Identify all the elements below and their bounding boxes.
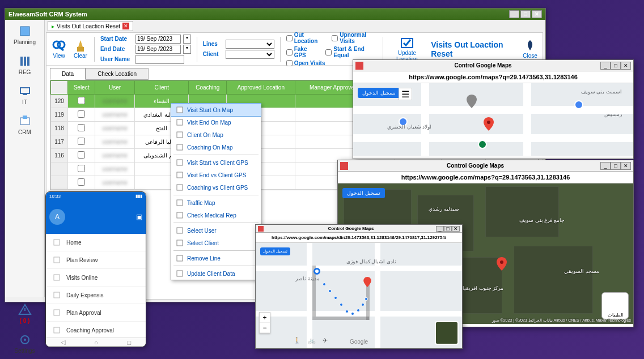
maximize-button[interactable]: □	[520, 10, 531, 18]
map-menu-button[interactable]: ☰	[399, 88, 412, 100]
phone-menu-item[interactable]: Daily Expensis	[46, 287, 146, 304]
map-maximize-button[interactable]: □	[611, 162, 621, 170]
mobile-app-preview: 10:33 ▮▮▮ A ▣ HomePlan ReviewVisits Onli…	[45, 191, 146, 347]
context-menu-item[interactable]: Visit Start vs Client GPS	[171, 156, 261, 169]
map-maximize-button[interactable]: □	[611, 62, 621, 70]
plane-icon[interactable]: ✈	[323, 337, 331, 345]
check-icon	[399, 36, 415, 50]
phone-menu-item[interactable]: Plan Review	[46, 251, 146, 269]
sidebar-item-crm[interactable]: CRM	[5, 110, 44, 140]
context-menu-item[interactable]: Visit Start On Map	[171, 103, 261, 117]
sidebar-label: IT	[22, 99, 27, 105]
row-select-check[interactable]	[78, 151, 85, 159]
svg-rect-30	[54, 257, 60, 263]
context-menu-item[interactable]: Select Client	[171, 237, 261, 249]
open-visits-check[interactable]: Open Visits	[286, 60, 325, 66]
map-close-button[interactable]: ✕	[452, 226, 460, 232]
page-icon	[176, 171, 184, 179]
sidebar-item-planning[interactable]: Planning	[5, 20, 44, 50]
back-icon[interactable]: ◁	[61, 339, 65, 346]
grid-header[interactable]: Select	[68, 81, 95, 95]
phone-menu-item[interactable]: Coaching Approval	[46, 322, 146, 339]
end-date-input[interactable]	[135, 45, 181, 54]
context-menu-item[interactable]: Coaching vs Client GPS	[171, 181, 261, 194]
context-menu-item[interactable]: Client On Map	[171, 129, 261, 141]
recent-icon[interactable]: □	[128, 339, 132, 346]
tab-check-location[interactable]: Check Location	[86, 68, 149, 80]
svg-rect-28	[177, 271, 183, 276]
minimize-button[interactable]: _	[509, 10, 519, 18]
map-login-button[interactable]: تسجيل الدخول	[358, 88, 400, 98]
map-canvas[interactable]: تسجيل الدخول ☰ اولاد شعبان الحضري اسمنت …	[353, 83, 633, 156]
phone-menu-item[interactable]: Plan Approval	[46, 304, 146, 322]
context-menu-item[interactable]: Select User	[171, 224, 261, 237]
row-select-check[interactable]	[78, 165, 85, 172]
zoom-in-button[interactable]: +	[260, 313, 270, 323]
sidebar-item-settings[interactable]: Settings	[5, 328, 44, 358]
crm-icon	[18, 114, 32, 128]
tab-data[interactable]: Data	[50, 68, 86, 80]
sidebar-item-reg[interactable]: REG	[5, 50, 44, 80]
user-name-input[interactable]	[135, 55, 184, 64]
clear-button[interactable]: Clear	[73, 39, 88, 59]
sidebar-item-alerts[interactable]: ( 0 )	[5, 298, 44, 328]
broom-icon	[73, 39, 88, 53]
alert-icon	[18, 303, 32, 317]
camera-icon[interactable]: ▣	[136, 213, 142, 221]
context-menu-item[interactable]: Update Client Data	[171, 267, 261, 280]
svg-rect-16	[177, 107, 183, 113]
context-menu-item[interactable]: Coaching On Map	[171, 141, 261, 153]
grid-header[interactable]: Client	[135, 81, 189, 95]
map-close-button[interactable]: ✕	[621, 62, 631, 70]
phone-menu-item[interactable]: Visits Online	[46, 269, 146, 287]
start-date-input[interactable]	[135, 35, 181, 44]
walk-icon[interactable]: 🚶	[293, 337, 301, 345]
map-login-button[interactable]: تسجيل الدخول	[260, 247, 290, 255]
date-spinner[interactable]: ▾	[183, 45, 191, 54]
context-menu-item[interactable]: Remove Line	[171, 252, 261, 264]
map-close-button[interactable]: ✕	[621, 162, 631, 170]
row-select-check[interactable]	[78, 97, 85, 104]
window-controls: _ □ ✕	[509, 10, 542, 18]
layers-button[interactable]: الطبقات	[601, 292, 629, 319]
map-minimize-button[interactable]: _	[600, 162, 611, 170]
grid-header[interactable]: User	[95, 81, 135, 95]
row-select-check[interactable]	[78, 178, 85, 186]
sidebar-item-it[interactable]: IT	[5, 80, 44, 110]
tab-visits-out-location[interactable]: ▸ Visits Out Loaction Reset ✕	[48, 21, 133, 31]
svg-rect-4	[20, 88, 29, 93]
phone-menu-item[interactable]: Home	[46, 234, 146, 251]
upnormal-visits-check[interactable]: Upnormal Visits	[332, 32, 376, 44]
grid-header[interactable]: Approved Location	[227, 81, 295, 95]
context-menu-item[interactable]: Visit End On Map	[171, 116, 261, 129]
map-url-bar: https://www.google.com/maps?q=29.1473563…	[338, 172, 633, 183]
fake-gps-check[interactable]: Fake GPS	[286, 46, 318, 58]
row-select-check[interactable]	[78, 138, 85, 145]
map-maximize-button[interactable]: □	[444, 226, 452, 232]
map-canvas-directions[interactable]: تسجيل الدخول + − 🚶 🚲 ✈ Google مدينة ناصر…	[256, 243, 462, 348]
close-button[interactable]: Close	[522, 39, 538, 59]
map-login-button[interactable]: تسجيل الدخول	[342, 188, 385, 198]
out-location-check[interactable]: Out Location	[286, 32, 324, 44]
close-button[interactable]: ✕	[532, 10, 542, 18]
client-combo[interactable]	[226, 50, 274, 59]
map-minimize-button[interactable]: _	[436, 226, 444, 232]
lines-combo[interactable]	[226, 40, 274, 49]
context-menu-item[interactable]: Check Medical Rep	[171, 209, 261, 221]
start-end-equal-check[interactable]: Start & End Equal	[325, 46, 376, 58]
satellite-toggle[interactable]	[435, 321, 459, 345]
zoom-out-button[interactable]: −	[260, 323, 270, 333]
context-menu-item[interactable]: Traffic Map	[171, 196, 261, 209]
date-spinner[interactable]: ▾	[183, 35, 191, 44]
tab-close-icon[interactable]: ✕	[122, 23, 129, 29]
update-location-button[interactable]: Update Location	[388, 36, 425, 62]
home-icon[interactable]: ○	[94, 339, 98, 346]
view-button[interactable]: View	[51, 39, 67, 59]
bike-icon[interactable]: 🚲	[308, 337, 316, 345]
row-select-check[interactable]	[78, 110, 85, 118]
grid-header[interactable]: Coaching	[189, 81, 227, 95]
row-select-check[interactable]	[78, 124, 85, 131]
map-minimize-button[interactable]: _	[600, 62, 611, 70]
grid-header[interactable]	[51, 81, 68, 95]
context-menu-item[interactable]: Visit End vs Client GPS	[171, 169, 261, 181]
